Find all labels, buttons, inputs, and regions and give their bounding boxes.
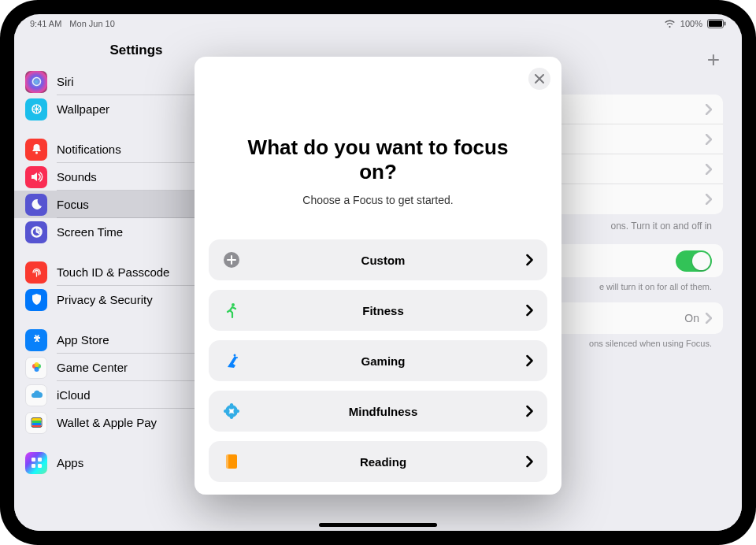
focus-option-label: Custom (240, 254, 526, 267)
focus-picker-modal: What do you want to focus on? Choose a F… (195, 57, 561, 495)
svg-point-23 (234, 354, 236, 357)
mindfulness-icon (223, 402, 240, 420)
focus-option-label: Mindfulness (240, 405, 526, 418)
svg-point-33 (230, 410, 234, 413)
focus-option-custom[interactable]: Custom (209, 239, 547, 280)
focus-option-label: Fitness (240, 304, 526, 317)
focus-option-reading[interactable]: Reading (209, 441, 547, 482)
close-icon (535, 74, 544, 83)
chevron-right-icon (526, 304, 533, 317)
focus-option-fitness[interactable]: Fitness (209, 290, 547, 331)
svg-point-24 (236, 357, 238, 358)
modal-subtitle: Choose a Focus to get started. (209, 194, 547, 206)
focus-option-label: Gaming (240, 354, 526, 368)
device-frame: 9:41 AM Mon Jun 10 100% Settings SiriWal… (0, 0, 756, 545)
focus-option-mindfulness[interactable]: Mindfulness (209, 391, 547, 432)
close-button[interactable] (528, 68, 550, 90)
svg-point-22 (232, 303, 235, 306)
chevron-right-icon (526, 354, 533, 367)
chevron-right-icon (526, 405, 533, 417)
chevron-right-icon (526, 254, 533, 266)
screen: 9:41 AM Mon Jun 10 100% Settings SiriWal… (14, 14, 742, 531)
focus-option-label: Reading (240, 455, 526, 469)
custom-icon (223, 251, 240, 269)
focus-option-gaming[interactable]: Gaming (209, 340, 547, 381)
reading-icon (223, 453, 240, 470)
gaming-icon (223, 352, 240, 369)
modal-title: What do you want to focus on? (209, 135, 547, 184)
home-indicator[interactable] (319, 523, 437, 527)
chevron-right-icon (526, 455, 533, 468)
svg-rect-35 (226, 454, 228, 469)
fitness-icon (223, 302, 240, 319)
